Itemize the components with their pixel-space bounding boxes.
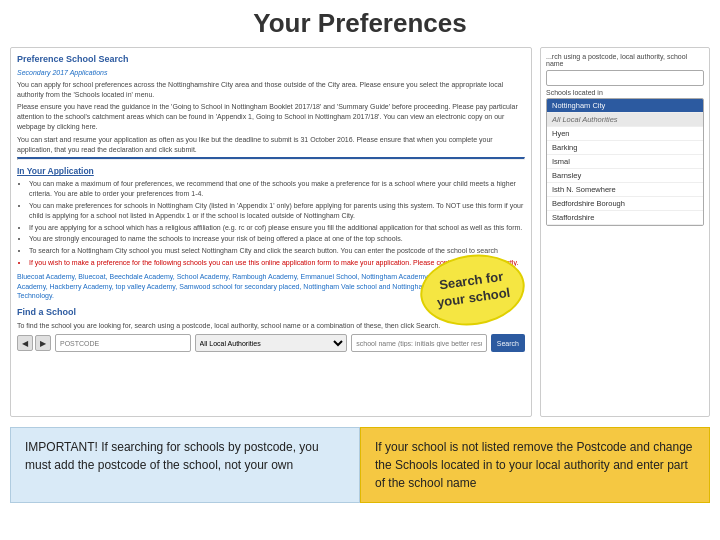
in-your-application-title: In Your Application xyxy=(17,166,525,176)
callout-text: Search foryour school xyxy=(434,268,512,312)
right-list-item[interactable]: Staffordshire xyxy=(547,211,703,225)
right-list: Nottingham CityAll Local AuthoritiesHyen… xyxy=(546,98,704,226)
right-list-item[interactable]: Ismal xyxy=(547,155,703,169)
right-list-header: Schools located in xyxy=(546,89,704,96)
search-row: ◀ ▶ All Local Authorities Search xyxy=(17,334,525,352)
bottom-right: If your school is not listed remove the … xyxy=(360,427,710,503)
right-list-item[interactable]: Barking xyxy=(547,141,703,155)
para3: You can start and resume your applicatio… xyxy=(17,135,525,155)
right-list-item[interactable]: Bedfordshire Borough xyxy=(547,197,703,211)
right-list-item[interactable]: Nottingham City xyxy=(547,99,703,113)
right-panel: ...rch using a postcode, local authority… xyxy=(540,47,710,417)
para2: Please ensure you have read the guidance… xyxy=(17,102,525,131)
bullet-5: To search for a Nottingham City school y… xyxy=(29,246,525,256)
bottom-section: IMPORTANT! If searching for schools by p… xyxy=(0,427,720,503)
bullet-1: You can make a maximum of four preferenc… xyxy=(29,179,525,199)
nav-next[interactable]: ▶ xyxy=(35,335,51,351)
nav-arrows: ◀ ▶ xyxy=(17,335,51,351)
bullet-2: You can make preferences for schools in … xyxy=(29,201,525,221)
subtitle: Secondary 2017 Applications xyxy=(17,68,525,78)
separator xyxy=(17,157,525,160)
right-list-item[interactable]: All Local Authorities xyxy=(547,113,703,127)
bottom-right-text: If your school is not listed remove the … xyxy=(375,440,693,490)
right-list-item[interactable]: Barnsley xyxy=(547,169,703,183)
postcode-input[interactable] xyxy=(55,334,191,352)
nav-prev[interactable]: ◀ xyxy=(17,335,33,351)
bottom-left-text: IMPORTANT! If searching for schools by p… xyxy=(25,440,319,472)
bullet-4: You are strongly encouraged to name the … xyxy=(29,234,525,244)
left-panel-title: Preference School Search xyxy=(17,54,525,64)
right-panel-label: ...rch using a postcode, local authority… xyxy=(546,53,704,67)
school-name-input[interactable] xyxy=(351,334,487,352)
bullet-3: If you are applying for a school which h… xyxy=(29,223,525,233)
intro-text: You can apply for school preferences acr… xyxy=(17,80,525,100)
main-content: Preference School Search Secondary 2017 … xyxy=(0,47,720,417)
page-title: Your Preferences xyxy=(0,0,720,47)
bullet-list: You can make a maximum of four preferenc… xyxy=(29,179,525,267)
left-panel: Preference School Search Secondary 2017 … xyxy=(10,47,532,417)
bottom-left: IMPORTANT! If searching for schools by p… xyxy=(10,427,360,503)
right-list-item[interactable]: Isth N. Somewhere xyxy=(547,183,703,197)
authority-select[interactable]: All Local Authorities xyxy=(195,334,348,352)
search-button[interactable]: Search xyxy=(491,334,525,352)
right-list-item[interactable]: Hyen xyxy=(547,127,703,141)
right-search-input[interactable] xyxy=(546,70,704,86)
